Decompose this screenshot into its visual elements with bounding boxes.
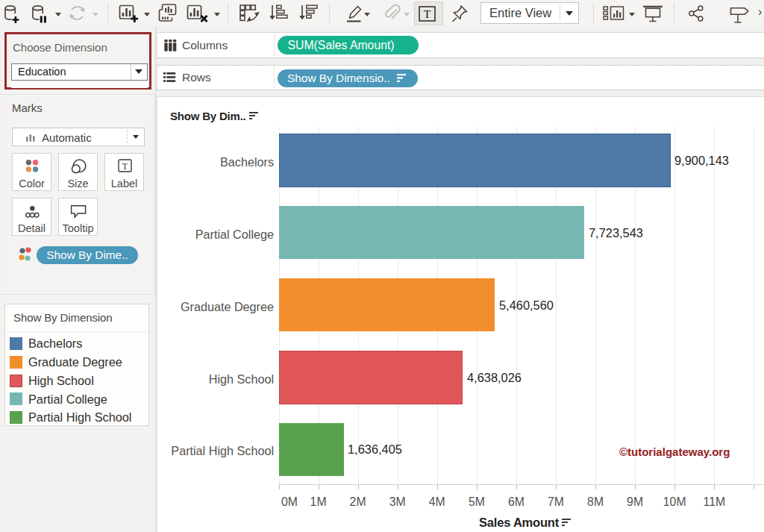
svg-text:T: T [122, 160, 128, 172]
svg-text:T: T [424, 7, 431, 20]
